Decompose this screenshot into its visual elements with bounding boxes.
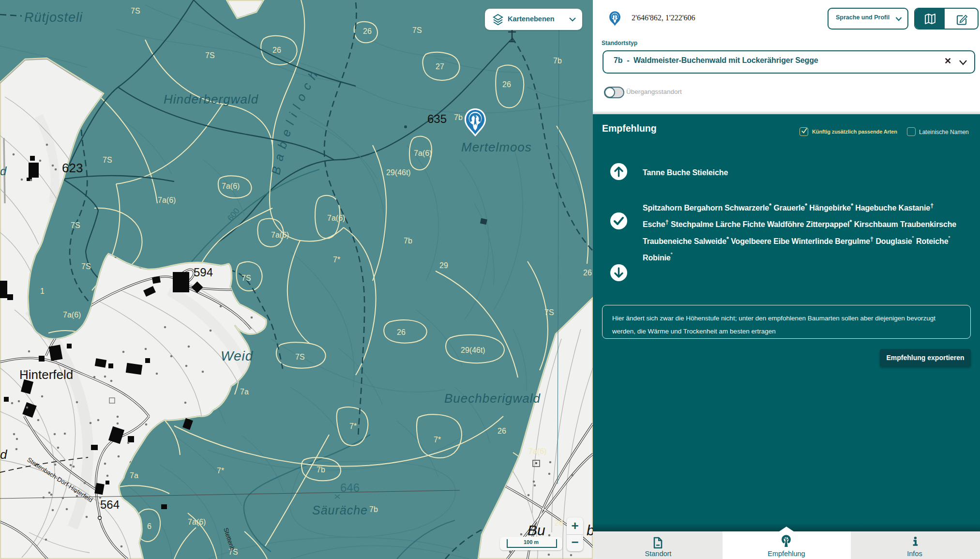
svg-text:b: b (587, 522, 593, 538)
svg-text:26: 26 (502, 80, 511, 89)
svg-text:7a: 7a (130, 471, 138, 480)
svg-text:29(46t): 29(46t) (386, 168, 411, 177)
svg-text:7S: 7S (241, 274, 251, 282)
svg-text:1: 1 (40, 287, 45, 295)
svg-text:7*: 7* (349, 422, 357, 430)
svg-text:Säuräche: Säuräche (312, 503, 368, 517)
svg-text:26: 26 (397, 328, 406, 336)
svg-text:d: d (0, 165, 7, 178)
svg-text:7a: 7a (240, 388, 249, 396)
svg-text:7b: 7b (404, 237, 412, 245)
svg-text:Hinterfeld: Hinterfeld (19, 367, 73, 382)
svg-text:7b: 7b (454, 113, 463, 121)
svg-text:Mertelmoos: Mertelmoos (461, 140, 532, 154)
svg-text:7a(6): 7a(6) (271, 231, 289, 239)
svg-text:d: d (0, 447, 8, 462)
svg-text:29(46t): 29(46t) (461, 346, 485, 354)
svg-text:26: 26 (583, 269, 592, 277)
svg-text:646: 646 (340, 481, 360, 494)
svg-text:7*: 7* (217, 467, 224, 475)
svg-text:7a(6): 7a(6) (63, 311, 81, 319)
svg-text:635: 635 (427, 112, 447, 125)
svg-text:27: 27 (436, 62, 444, 71)
svg-text:29: 29 (439, 261, 448, 270)
svg-text:Hinderbergwald: Hinderbergwald (164, 92, 259, 106)
svg-text:594: 594 (194, 266, 213, 279)
svg-text:7b: 7b (369, 505, 378, 514)
svg-text:7a(6): 7a(6) (222, 182, 240, 190)
svg-text:6: 6 (147, 522, 151, 530)
svg-text:623: 623 (62, 161, 83, 175)
svg-text:7S: 7S (205, 51, 215, 60)
svg-text:7a(6): 7a(6) (528, 447, 546, 455)
svg-text:7S: 7S (295, 353, 305, 361)
svg-text:26: 26 (555, 519, 563, 527)
svg-text:7a(6): 7a(6) (158, 196, 176, 204)
svg-text:7S: 7S (103, 156, 112, 164)
svg-text:Bu: Bu (528, 522, 545, 538)
svg-text:Weid: Weid (221, 348, 254, 363)
svg-text:26: 26 (498, 427, 506, 435)
svg-text:7b: 7b (317, 466, 325, 474)
svg-text:7a(6): 7a(6) (414, 149, 432, 157)
svg-text:7S: 7S (412, 26, 422, 34)
svg-text:564: 564 (100, 498, 120, 511)
svg-text:26: 26 (272, 46, 281, 54)
svg-text:7a(6): 7a(6) (327, 214, 345, 222)
svg-text:7S: 7S (544, 308, 554, 317)
svg-text:7*: 7* (434, 436, 441, 444)
svg-text:7S: 7S (81, 262, 91, 271)
svg-text:26: 26 (363, 27, 372, 35)
svg-text:7S: 7S (131, 7, 140, 15)
svg-text:7*: 7* (333, 256, 340, 264)
svg-text:Rütjosteli: Rütjosteli (24, 10, 83, 25)
svg-text:7b: 7b (553, 57, 562, 65)
svg-text:Buechberigwald: Buechberigwald (444, 391, 541, 406)
svg-text:7S: 7S (71, 221, 80, 229)
svg-text:7a(6): 7a(6) (188, 518, 206, 526)
